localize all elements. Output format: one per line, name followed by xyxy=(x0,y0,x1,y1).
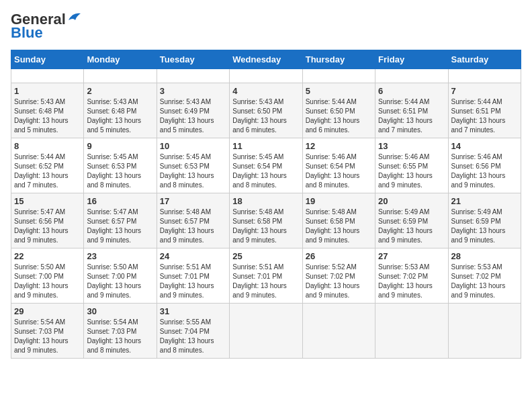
day-number: 11 xyxy=(232,141,299,151)
day-number: 24 xyxy=(160,251,226,261)
day-number: 8 xyxy=(14,141,81,151)
day-info: Sunrise: 5:43 AM Sunset: 6:48 PM Dayligh… xyxy=(87,97,153,135)
calendar-day-cell xyxy=(375,69,448,83)
calendar-day-cell: 12 Sunrise: 5:46 AM Sunset: 6:54 PM Dayl… xyxy=(302,138,375,193)
day-number: 21 xyxy=(451,196,518,206)
day-number: 28 xyxy=(451,251,518,261)
calendar-day-cell xyxy=(448,304,521,359)
day-number: 14 xyxy=(451,141,518,151)
day-info: Sunrise: 5:50 AM Sunset: 7:00 PM Dayligh… xyxy=(14,263,81,300)
day-info: Sunrise: 5:49 AM Sunset: 6:59 PM Dayligh… xyxy=(378,208,445,245)
calendar-day-cell: 14 Sunrise: 5:46 AM Sunset: 6:56 PM Dayl… xyxy=(448,138,521,193)
day-number: 25 xyxy=(232,251,299,261)
day-info: Sunrise: 5:46 AM Sunset: 6:55 PM Dayligh… xyxy=(378,152,445,190)
weekday-header-tuesday: Tuesday xyxy=(157,50,229,69)
day-info: Sunrise: 5:53 AM Sunset: 7:02 PM Dayligh… xyxy=(378,263,445,300)
day-info: Sunrise: 5:51 AM Sunset: 7:01 PM Dayligh… xyxy=(160,263,226,300)
calendar-day-cell: 6 Sunrise: 5:44 AM Sunset: 6:51 PM Dayli… xyxy=(375,83,448,138)
calendar-day-cell: 5 Sunrise: 5:44 AM Sunset: 6:50 PM Dayli… xyxy=(302,83,375,138)
day-info: Sunrise: 5:45 AM Sunset: 6:53 PM Dayligh… xyxy=(87,152,153,190)
day-number: 18 xyxy=(232,196,299,206)
day-number: 30 xyxy=(87,306,153,316)
day-number: 13 xyxy=(378,141,445,151)
logo: General Blue xyxy=(11,11,82,42)
day-number: 20 xyxy=(378,196,445,206)
weekday-header-saturday: Saturday xyxy=(448,50,521,69)
day-number: 15 xyxy=(14,196,81,206)
day-info: Sunrise: 5:48 AM Sunset: 6:58 PM Dayligh… xyxy=(306,208,372,245)
calendar-day-cell: 23 Sunrise: 5:50 AM Sunset: 7:00 PM Dayl… xyxy=(84,248,157,304)
day-number: 16 xyxy=(87,196,153,206)
calendar-week-row: 29 Sunrise: 5:54 AM Sunset: 7:03 PM Dayl… xyxy=(11,304,521,359)
calendar-day-cell: 9 Sunrise: 5:45 AM Sunset: 6:53 PM Dayli… xyxy=(84,138,157,193)
calendar-day-cell: 28 Sunrise: 5:53 AM Sunset: 7:02 PM Dayl… xyxy=(448,248,521,304)
weekday-header-thursday: Thursday xyxy=(302,50,375,69)
day-info: Sunrise: 5:43 AM Sunset: 6:50 PM Dayligh… xyxy=(232,97,299,135)
calendar-day-cell: 8 Sunrise: 5:44 AM Sunset: 6:52 PM Dayli… xyxy=(11,138,84,193)
day-info: Sunrise: 5:54 AM Sunset: 7:03 PM Dayligh… xyxy=(14,318,81,355)
calendar-day-cell xyxy=(448,69,521,83)
day-info: Sunrise: 5:46 AM Sunset: 6:54 PM Dayligh… xyxy=(306,152,372,190)
calendar-day-cell: 24 Sunrise: 5:51 AM Sunset: 7:01 PM Dayl… xyxy=(157,248,229,304)
day-info: Sunrise: 5:47 AM Sunset: 6:57 PM Dayligh… xyxy=(87,208,153,245)
calendar-day-cell xyxy=(157,69,229,83)
day-info: Sunrise: 5:52 AM Sunset: 7:02 PM Dayligh… xyxy=(306,263,372,300)
logo-blue: Blue xyxy=(11,24,43,42)
weekday-header-row: SundayMondayTuesdayWednesdayThursdayFrid… xyxy=(11,50,521,69)
day-number: 29 xyxy=(14,306,81,316)
day-info: Sunrise: 5:44 AM Sunset: 6:51 PM Dayligh… xyxy=(378,97,445,135)
calendar-day-cell xyxy=(230,69,302,83)
weekday-header-sunday: Sunday xyxy=(11,50,84,69)
logo-bird-icon xyxy=(67,11,82,23)
weekday-header-monday: Monday xyxy=(84,50,157,69)
day-info: Sunrise: 5:44 AM Sunset: 6:51 PM Dayligh… xyxy=(451,97,518,135)
calendar-week-row: 15 Sunrise: 5:47 AM Sunset: 6:56 PM Dayl… xyxy=(11,193,521,248)
day-info: Sunrise: 5:54 AM Sunset: 7:03 PM Dayligh… xyxy=(87,318,153,355)
calendar-day-cell: 18 Sunrise: 5:48 AM Sunset: 6:58 PM Dayl… xyxy=(230,193,302,248)
calendar-day-cell: 7 Sunrise: 5:44 AM Sunset: 6:51 PM Dayli… xyxy=(448,83,521,138)
calendar-day-cell xyxy=(11,69,84,83)
calendar-day-cell: 25 Sunrise: 5:51 AM Sunset: 7:01 PM Dayl… xyxy=(230,248,302,304)
day-info: Sunrise: 5:49 AM Sunset: 6:59 PM Dayligh… xyxy=(451,208,518,245)
calendar-day-cell: 17 Sunrise: 5:48 AM Sunset: 6:57 PM Dayl… xyxy=(157,193,229,248)
calendar-day-cell: 10 Sunrise: 5:45 AM Sunset: 6:53 PM Dayl… xyxy=(157,138,229,193)
day-number: 10 xyxy=(160,141,226,151)
day-number: 5 xyxy=(306,86,372,96)
calendar-day-cell xyxy=(302,69,375,83)
calendar-day-cell: 15 Sunrise: 5:47 AM Sunset: 6:56 PM Dayl… xyxy=(11,193,84,248)
day-number: 19 xyxy=(306,196,372,206)
calendar-day-cell: 29 Sunrise: 5:54 AM Sunset: 7:03 PM Dayl… xyxy=(11,304,84,359)
calendar-table: SundayMondayTuesdayWednesdayThursdayFrid… xyxy=(11,50,521,359)
day-info: Sunrise: 5:55 AM Sunset: 7:04 PM Dayligh… xyxy=(160,318,226,355)
calendar-week-row xyxy=(11,69,521,83)
calendar-week-row: 8 Sunrise: 5:44 AM Sunset: 6:52 PM Dayli… xyxy=(11,138,521,193)
day-number: 1 xyxy=(14,86,81,96)
day-number: 26 xyxy=(306,251,372,261)
day-info: Sunrise: 5:44 AM Sunset: 6:52 PM Dayligh… xyxy=(14,152,81,190)
calendar-day-cell: 31 Sunrise: 5:55 AM Sunset: 7:04 PM Dayl… xyxy=(157,304,229,359)
calendar-day-cell xyxy=(84,69,157,83)
calendar-week-row: 22 Sunrise: 5:50 AM Sunset: 7:00 PM Dayl… xyxy=(11,248,521,304)
day-number: 22 xyxy=(14,251,81,261)
day-info: Sunrise: 5:48 AM Sunset: 6:58 PM Dayligh… xyxy=(232,208,299,245)
day-number: 12 xyxy=(306,141,372,151)
calendar-day-cell xyxy=(375,304,448,359)
calendar-day-cell: 4 Sunrise: 5:43 AM Sunset: 6:50 PM Dayli… xyxy=(230,83,302,138)
day-info: Sunrise: 5:44 AM Sunset: 6:50 PM Dayligh… xyxy=(306,97,372,135)
day-number: 6 xyxy=(378,86,445,96)
calendar-day-cell: 19 Sunrise: 5:48 AM Sunset: 6:58 PM Dayl… xyxy=(302,193,375,248)
day-info: Sunrise: 5:43 AM Sunset: 6:48 PM Dayligh… xyxy=(14,97,81,135)
day-info: Sunrise: 5:47 AM Sunset: 6:56 PM Dayligh… xyxy=(14,208,81,245)
weekday-header-friday: Friday xyxy=(375,50,448,69)
day-number: 31 xyxy=(160,306,226,316)
day-info: Sunrise: 5:51 AM Sunset: 7:01 PM Dayligh… xyxy=(232,263,299,300)
day-number: 3 xyxy=(160,86,226,96)
calendar-day-cell: 2 Sunrise: 5:43 AM Sunset: 6:48 PM Dayli… xyxy=(84,83,157,138)
calendar-day-cell xyxy=(230,304,302,359)
calendar-day-cell: 13 Sunrise: 5:46 AM Sunset: 6:55 PM Dayl… xyxy=(375,138,448,193)
day-info: Sunrise: 5:50 AM Sunset: 7:00 PM Dayligh… xyxy=(87,263,153,300)
day-number: 7 xyxy=(451,86,518,96)
calendar-day-cell: 30 Sunrise: 5:54 AM Sunset: 7:03 PM Dayl… xyxy=(84,304,157,359)
calendar-day-cell xyxy=(302,304,375,359)
calendar-day-cell: 26 Sunrise: 5:52 AM Sunset: 7:02 PM Dayl… xyxy=(302,248,375,304)
